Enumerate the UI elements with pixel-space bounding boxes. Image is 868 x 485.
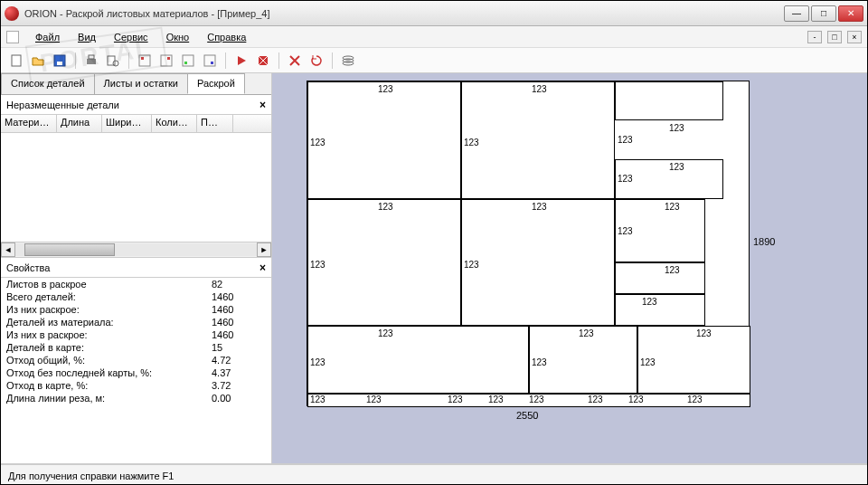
unplaced-title: Неразмещенные детали — [6, 100, 119, 110]
mdi-close[interactable]: × — [847, 31, 862, 43]
prop-value: 0.00 — [212, 393, 266, 404]
close-button[interactable]: ✕ — [838, 5, 863, 22]
prop-row: Из них в раскрое:1460 — [1, 328, 271, 341]
run-button[interactable] — [231, 51, 251, 71]
tabs: Список деталей Листы и остатки Раскрой — [1, 73, 271, 95]
maximize-button[interactable]: □ — [811, 5, 836, 22]
prop-key: Листов в раскрое — [6, 279, 212, 290]
layers-button[interactable] — [338, 51, 358, 71]
svg-rect-10 — [167, 57, 170, 60]
prop-row: Деталей из материала:1460 — [1, 316, 271, 328]
menu-view[interactable]: Вид — [71, 30, 103, 44]
menu-window[interactable]: Окно — [159, 30, 197, 44]
hscrollbar[interactable]: ◄ ► — [1, 242, 271, 258]
prop-key: Деталей в карте: — [6, 342, 212, 353]
svg-rect-5 — [108, 56, 115, 65]
scroll-track[interactable] — [15, 243, 257, 256]
prop-row: Деталей в карте:15 — [1, 341, 271, 354]
left-panel: Список деталей Листы и остатки Раскрой Н… — [1, 73, 272, 463]
prop-value: 4.37 — [212, 367, 266, 378]
svg-rect-4 — [89, 55, 94, 59]
props-header: Свойства × — [1, 258, 271, 278]
menubar: Файл Вид Сервис Окно Справка - □ × — [1, 26, 867, 48]
props-title: Свойства — [6, 262, 50, 273]
prop-value: 1460 — [212, 291, 266, 302]
delete-button[interactable] — [285, 51, 305, 71]
svg-rect-14 — [211, 62, 213, 64]
new-button[interactable] — [6, 51, 26, 71]
col-material[interactable]: Матери… — [1, 115, 57, 132]
menu-file[interactable]: Файл — [28, 30, 67, 44]
app-icon — [5, 6, 19, 21]
prop-row: Отход в карте, %:3.72 — [1, 379, 271, 392]
tab-sheets[interactable]: Листы и остатки — [94, 73, 188, 94]
tab-cutting[interactable]: Раскрой — [187, 73, 245, 94]
prop-value: 3.72 — [212, 380, 266, 391]
mdi-doc-icon[interactable] — [6, 31, 19, 43]
col-qty[interactable]: Коли… — [152, 115, 197, 132]
prop-key: Всего деталей: — [6, 291, 212, 302]
svg-rect-0 — [12, 55, 21, 66]
unplaced-close[interactable]: × — [259, 99, 266, 111]
col-length[interactable]: Длина — [57, 115, 102, 132]
svg-rect-8 — [141, 57, 144, 60]
svg-rect-7 — [139, 55, 150, 66]
cutting-canvas[interactable]: 123 123 123 123 123 123 123 123 123 123 … — [272, 73, 867, 463]
prop-key: Длина линии реза, м: — [6, 393, 212, 404]
toolbar — [1, 48, 867, 73]
prop-value: 4.72 — [212, 355, 266, 366]
menu-service[interactable]: Сервис — [107, 30, 156, 44]
status-text: Для получения справки нажмите F1 — [8, 471, 174, 481]
prop-key: Отход общий, %: — [6, 355, 212, 366]
scroll-left[interactable]: ◄ — [1, 242, 15, 257]
grid-header: Матери… Длина Шири… Коли… П… — [1, 115, 271, 133]
prop-row: Длина линии реза, м:0.00 — [1, 392, 271, 404]
col-p[interactable]: П… — [197, 115, 233, 132]
props-close[interactable]: × — [259, 262, 266, 274]
svg-rect-13 — [204, 55, 215, 66]
prop-key: Из них в раскрое: — [6, 329, 212, 340]
prop-row: Отход общий, %:4.72 — [1, 354, 271, 366]
titlebar: ORION - Раскрой листовых материалов - [П… — [1, 1, 867, 26]
col-width[interactable]: Шири… — [102, 115, 152, 132]
tool4-button[interactable] — [200, 51, 220, 71]
svg-rect-3 — [87, 59, 96, 64]
prop-value: 1460 — [212, 304, 266, 315]
tool3-button[interactable] — [178, 51, 198, 71]
print-button[interactable] — [81, 51, 101, 71]
prop-key: Отход в карте, %: — [6, 380, 212, 391]
prop-row: Отход без последней карты, %:4.37 — [1, 366, 271, 379]
stop-button[interactable] — [253, 51, 273, 71]
scroll-right[interactable]: ► — [257, 242, 271, 257]
prop-value: 15 — [212, 342, 266, 353]
prop-key: Деталей из материала: — [6, 317, 212, 328]
menu-help[interactable]: Справка — [200, 30, 253, 44]
prop-value: 1460 — [212, 317, 266, 328]
sheet-width-label: 2550 — [516, 410, 538, 421]
tool1-button[interactable] — [135, 51, 155, 71]
open-button[interactable] — [28, 51, 48, 71]
grid-body[interactable] — [1, 133, 271, 242]
tab-parts-list[interactable]: Список деталей — [1, 73, 95, 94]
window-title: ORION - Раскрой листовых материалов - [П… — [24, 8, 784, 19]
preview-button[interactable] — [103, 51, 123, 71]
status-bar: Для получения справки нажмите F1 — [1, 464, 867, 485]
tool2-button[interactable] — [156, 51, 176, 71]
sheet[interactable]: 123 123 123 123 123 123 123 123 123 123 … — [307, 81, 750, 406]
svg-rect-11 — [183, 55, 193, 66]
mdi-restore[interactable]: □ — [827, 31, 842, 43]
prop-value: 1460 — [212, 329, 266, 340]
sheet-height-label: 1890 — [753, 236, 775, 247]
svg-rect-9 — [161, 55, 172, 66]
minimize-button[interactable]: — — [784, 5, 809, 22]
props-body: Листов в раскрое82Всего деталей:1460Из н… — [1, 278, 271, 463]
prop-value: 82 — [212, 279, 266, 290]
save-button[interactable] — [50, 51, 70, 71]
svg-rect-12 — [184, 62, 187, 64]
mdi-minimize[interactable]: - — [807, 31, 822, 43]
svg-rect-2 — [57, 62, 62, 65]
prop-row: Всего деталей:1460 — [1, 290, 271, 303]
prop-row: Листов в раскрое82 — [1, 278, 271, 290]
refresh-button[interactable] — [307, 51, 326, 71]
scroll-thumb[interactable] — [24, 243, 115, 256]
